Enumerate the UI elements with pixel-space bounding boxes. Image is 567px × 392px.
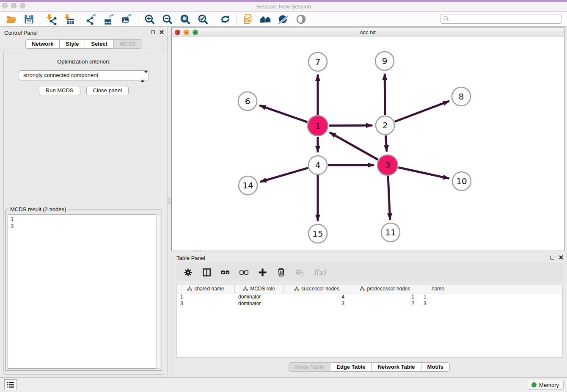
zoom-out-button[interactable] — [160, 13, 175, 25]
deselect-columns-button[interactable] — [239, 268, 249, 277]
open-session-button[interactable] — [3, 13, 19, 25]
search-input[interactable] — [449, 16, 559, 22]
close-table-panel-icon[interactable] — [559, 255, 564, 260]
edge-1-6[interactable] — [259, 105, 307, 122]
node-9[interactable]: 9 — [375, 52, 394, 70]
node-10[interactable]: 10 — [452, 172, 471, 190]
mcds-panel-body: Optimization criterion: strongly connect… — [3, 49, 164, 375]
memory-button[interactable]: Memory — [527, 380, 564, 390]
zoom-selected-button[interactable] — [195, 13, 210, 25]
column-type-icon — [187, 286, 192, 291]
tab-style[interactable]: Style — [60, 39, 85, 49]
edge-3-10[interactable] — [398, 168, 449, 179]
delete-table-icon — [295, 268, 305, 277]
deselect-columns-icon — [239, 268, 249, 277]
network-graph[interactable]: 7968124314101511 — [172, 37, 564, 251]
node-14[interactable]: 14 — [239, 176, 257, 195]
tab-network[interactable]: Network — [25, 39, 60, 49]
node-7[interactable]: 7 — [308, 52, 327, 71]
ndex-home-button[interactable] — [258, 13, 273, 25]
split-view-icon — [202, 268, 212, 277]
column-header-shared-name[interactable]: shared name — [177, 284, 235, 293]
edge-3-11[interactable] — [388, 176, 390, 220]
search-box[interactable] — [440, 14, 562, 24]
run-mcds-button[interactable]: Run MCDS — [39, 86, 80, 95]
node-15[interactable]: 15 — [308, 224, 327, 243]
task-history-button[interactable] — [4, 379, 17, 390]
control-panel: Control Panel NetworkStyleSelectMCDS Opt… — [0, 27, 168, 377]
control-panel-tabbar: NetworkStyleSelectMCDS — [0, 39, 168, 49]
table-cell: 4 — [284, 293, 350, 300]
table-row[interactable]: 3dominator323 — [177, 300, 562, 307]
tab-node-table[interactable]: Node Table — [289, 362, 330, 372]
graphics-details-button[interactable] — [275, 13, 291, 25]
window-accent-strip — [0, 0, 567, 2]
mcds-result-textarea[interactable]: 1 3 — [8, 214, 160, 369]
zoom-in-button[interactable] — [142, 13, 157, 25]
add-column-button[interactable] — [258, 268, 267, 277]
export-table-button[interactable] — [102, 13, 117, 25]
column-header-MCDS-role[interactable]: MCDS role — [235, 284, 284, 293]
gear-button[interactable] — [183, 268, 193, 277]
table-panel: Table Panel f(x) shared nameMCDS rolesuc… — [171, 252, 567, 377]
column-header-successor-nodes[interactable]: successor nodes — [284, 284, 350, 293]
node-table: shared nameMCDS rolesuccessor nodesprede… — [176, 284, 563, 358]
node-1[interactable]: 1 — [308, 116, 328, 136]
tab-select[interactable]: Select — [85, 39, 113, 49]
column-header-predecessor-nodes[interactable]: predecessor nodes — [350, 284, 420, 293]
optimization-criterion-label: Optimization criterion: — [4, 58, 164, 65]
tab-motifs[interactable]: Motifs — [421, 362, 450, 372]
edge-2-9[interactable] — [385, 74, 385, 115]
float-panel-icon[interactable] — [151, 30, 155, 34]
save-session-icon — [23, 14, 35, 25]
column-type-icon — [360, 286, 365, 291]
edge-4-14[interactable] — [260, 168, 308, 182]
result-scrollbar[interactable] — [156, 214, 160, 369]
refresh-button[interactable] — [217, 13, 233, 25]
export-image-button[interactable] — [119, 13, 135, 25]
export-network-button[interactable] — [84, 13, 99, 25]
zoom-fit-button[interactable] — [177, 13, 193, 25]
tab-mcds[interactable]: MCDS — [114, 39, 142, 49]
table-cell: 2 — [350, 300, 420, 307]
node-2[interactable]: 2 — [376, 116, 394, 135]
node-4[interactable]: 4 — [308, 156, 327, 174]
main-area: Control Panel NetworkStyleSelectMCDS Opt… — [0, 27, 567, 377]
close-panel-button[interactable]: Close panel — [86, 86, 129, 95]
node-6[interactable]: 6 — [238, 92, 257, 110]
svg-text:9: 9 — [382, 56, 388, 66]
network-canvas[interactable]: 7968124314101511 — [172, 37, 564, 251]
network-window-titlebar[interactable]: x – + scc.txt — [172, 28, 564, 37]
column-header-name[interactable]: name — [420, 284, 456, 293]
eye-toggle-button[interactable] — [293, 13, 308, 25]
select-columns-button[interactable] — [220, 268, 230, 277]
table-cell: 3 — [177, 300, 235, 307]
node-8[interactable]: 8 — [452, 87, 471, 106]
clone-network-button[interactable] — [240, 13, 255, 25]
table-row[interactable]: 1dominator411 — [177, 293, 562, 300]
tab-edge-table[interactable]: Edge Table — [330, 362, 372, 372]
control-panel-title: Control Panel — [4, 30, 38, 36]
delete-column-button[interactable] — [276, 268, 286, 277]
import-table-button[interactable] — [61, 13, 77, 25]
save-session-button[interactable] — [21, 13, 36, 25]
export-network-icon — [86, 14, 97, 25]
node-11[interactable]: 11 — [381, 223, 400, 242]
float-table-panel-icon[interactable] — [550, 256, 554, 259]
tab-network-table[interactable]: Network Table — [372, 362, 421, 372]
svg-text:1: 1 — [315, 121, 321, 131]
split-view-button[interactable] — [202, 268, 212, 277]
edge-2-3[interactable] — [386, 135, 387, 152]
close-panel-icon[interactable] — [159, 30, 164, 35]
import-network-icon — [46, 14, 57, 25]
vertical-splitter-grip[interactable] — [168, 197, 171, 204]
optimization-criterion-dropdown[interactable]: strongly connected component — [19, 70, 149, 80]
edge-1-2[interactable] — [329, 125, 372, 126]
edge-2-8[interactable] — [395, 101, 449, 122]
edge-3-1[interactable] — [330, 133, 378, 160]
zoom-in-icon — [144, 14, 155, 25]
node-3[interactable]: 3 — [377, 155, 398, 175]
search-icon — [443, 16, 449, 22]
import-network-button[interactable] — [44, 13, 59, 25]
delete-table-button — [295, 268, 305, 277]
